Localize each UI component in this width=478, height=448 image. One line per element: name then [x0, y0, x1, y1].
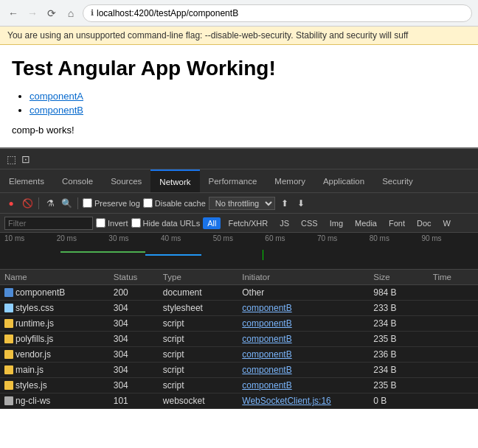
invert-label: Invert: [108, 219, 128, 228]
device-toolbar-button[interactable]: ⊡: [19, 153, 32, 166]
timeline-label-10ms: 10 ms: [4, 234, 57, 242]
table-row[interactable]: main.js 304 script componentB 234 B: [0, 363, 478, 378]
tab-security[interactable]: Security: [373, 169, 422, 192]
cell-type: script: [159, 316, 238, 332]
row-type-icon: [4, 396, 13, 405]
cell-time: [429, 285, 478, 301]
table-row[interactable]: runtime.js 304 script componentB 234 B: [0, 316, 478, 332]
table-row[interactable]: styles.js 304 script componentB 235 B: [0, 378, 478, 393]
tab-memory[interactable]: Memory: [266, 169, 314, 192]
cell-type: websocket: [159, 393, 238, 409]
list-item: componentA: [30, 91, 466, 102]
cell-initiator[interactable]: componentB: [238, 316, 369, 332]
initiator-link[interactable]: componentB: [242, 349, 291, 360]
filter-type-css[interactable]: CSS: [297, 217, 322, 229]
cell-status: 101: [109, 393, 159, 409]
cell-type: script: [159, 378, 238, 393]
filter-type-media[interactable]: Media: [350, 217, 381, 229]
cell-status: 304: [109, 347, 159, 363]
page-links: componentA componentB: [12, 91, 466, 116]
tab-performance[interactable]: Performance: [200, 169, 266, 192]
table-row[interactable]: componentB 200 document Other 984 B: [0, 285, 478, 301]
page-content: Test Angular App Working! componentA com…: [0, 45, 478, 147]
filter-icon-button[interactable]: ⚗: [44, 197, 57, 210]
table-row[interactable]: polyfills.js 304 script componentB 235 B: [0, 332, 478, 347]
preserve-log-checkbox[interactable]: [83, 198, 92, 208]
initiator-link[interactable]: componentB: [242, 365, 291, 375]
filter-type-img[interactable]: Img: [325, 217, 347, 229]
table-row[interactable]: ng-cli-ws 101 websocket WebSocketClient.…: [0, 393, 478, 409]
page-title: Test Angular App Working!: [12, 57, 466, 80]
table-row[interactable]: styles.css 304 stylesheet componentB 233…: [0, 301, 478, 316]
hide-data-urls-checkbox-label[interactable]: Hide data URLs: [131, 218, 201, 228]
home-button[interactable]: ⌂: [63, 6, 78, 21]
cell-initiator[interactable]: componentB: [238, 378, 369, 393]
cell-time: [429, 301, 478, 316]
col-header-status[interactable]: Status: [109, 270, 159, 285]
filter-type-fetch-xhr[interactable]: Fetch/XHR: [224, 217, 272, 229]
initiator-link[interactable]: componentB: [242, 318, 291, 329]
cell-name-text: styles.js: [15, 380, 47, 391]
initiator-link[interactable]: componentB: [242, 380, 291, 391]
network-table: Name Status Type Initiator Size Time com…: [0, 270, 478, 409]
cell-name-text: runtime.js: [15, 318, 54, 329]
timeline-labels: 10 ms 20 ms 30 ms 40 ms 50 ms 60 ms 70 m…: [0, 233, 478, 244]
export-button[interactable]: ⬇: [294, 197, 308, 210]
col-header-type[interactable]: Type: [159, 270, 238, 285]
filter-input[interactable]: [4, 217, 93, 230]
tab-application[interactable]: Application: [314, 169, 373, 192]
url-input[interactable]: [97, 8, 464, 18]
search-button[interactable]: 🔍: [60, 197, 73, 210]
tab-console[interactable]: Console: [53, 169, 102, 192]
table-row[interactable]: vendor.js 304 script componentB 236 B: [0, 347, 478, 363]
col-header-name[interactable]: Name: [0, 270, 109, 285]
row-type-icon: [4, 350, 13, 359]
back-button[interactable]: ←: [6, 6, 21, 21]
component-b-link[interactable]: componentB: [30, 105, 83, 116]
cell-initiator[interactable]: componentB: [238, 347, 369, 363]
cell-initiator[interactable]: WebSocketClient.js:16: [238, 393, 369, 409]
tab-network[interactable]: Network: [150, 169, 199, 192]
filter-type-w[interactable]: W: [439, 217, 455, 229]
filter-type-doc[interactable]: Doc: [412, 217, 436, 229]
invert-checkbox[interactable]: [96, 218, 105, 228]
inspect-element-button[interactable]: ⬚: [4, 153, 18, 166]
initiator-link[interactable]: componentB: [242, 303, 291, 313]
forward-button[interactable]: →: [25, 6, 40, 21]
col-header-time[interactable]: Time: [429, 270, 478, 285]
initiator-link[interactable]: componentB: [242, 334, 291, 344]
import-button[interactable]: ⬆: [278, 197, 291, 210]
reload-button[interactable]: ⟳: [44, 6, 59, 21]
tab-elements[interactable]: Elements: [0, 169, 53, 192]
col-header-initiator[interactable]: Initiator: [238, 270, 369, 285]
cell-name-text: main.js: [15, 365, 44, 375]
cell-size: 235 B: [369, 378, 429, 393]
preserve-log-label: Preserve log: [94, 199, 140, 208]
cell-time: [429, 332, 478, 347]
col-header-size[interactable]: Size: [369, 270, 429, 285]
cell-initiator[interactable]: componentB: [238, 301, 369, 316]
invert-checkbox-label[interactable]: Invert: [96, 218, 128, 228]
network-table-body: componentB 200 document Other 984 B styl…: [0, 285, 478, 409]
cell-name: componentB: [0, 285, 109, 301]
component-a-link[interactable]: componentA: [30, 91, 83, 102]
cell-initiator[interactable]: componentB: [238, 363, 369, 378]
cell-initiator[interactable]: componentB: [238, 332, 369, 347]
timeline-label-40ms: 40 ms: [161, 234, 213, 242]
tab-sources[interactable]: Sources: [102, 169, 150, 192]
filter-type-all[interactable]: All: [203, 217, 221, 229]
cell-name-text: polyfills.js: [15, 334, 53, 344]
toolbar-sep2: [77, 197, 78, 209]
initiator-link[interactable]: WebSocketClient.js:16: [242, 396, 331, 406]
record-button[interactable]: ●: [4, 197, 18, 210]
preserve-log-checkbox-label[interactable]: Preserve log: [83, 198, 140, 208]
clear-button[interactable]: 🚫: [21, 197, 34, 210]
throttle-select[interactable]: No throttling Fast 3G Slow 3G: [209, 197, 275, 210]
hide-data-urls-checkbox[interactable]: [131, 218, 141, 228]
cell-size: 0 B: [369, 393, 429, 409]
timeline-label-60ms: 60 ms: [265, 234, 317, 242]
filter-type-js[interactable]: JS: [275, 217, 294, 229]
disable-cache-checkbox-label[interactable]: Disable cache: [143, 198, 206, 208]
disable-cache-checkbox[interactable]: [143, 198, 153, 208]
filter-type-font[interactable]: Font: [384, 217, 409, 229]
